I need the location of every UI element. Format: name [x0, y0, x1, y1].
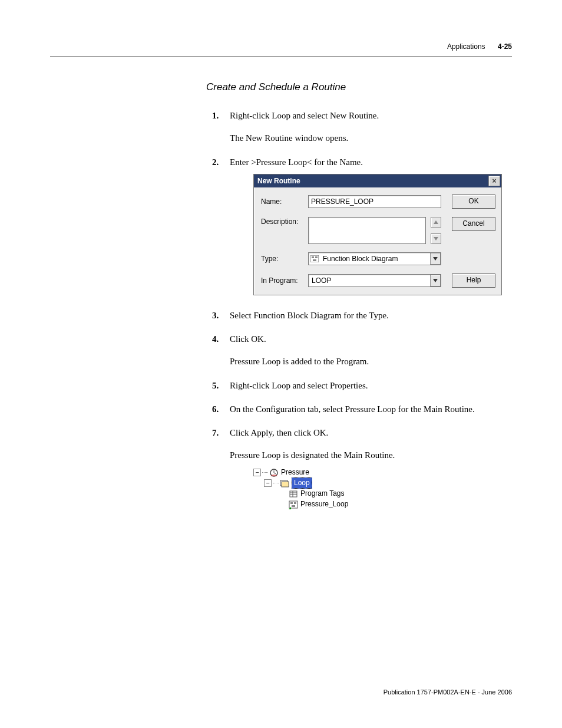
step-text: On the Configuration tab, select Pressur…	[230, 404, 475, 414]
svg-rect-4	[315, 256, 318, 258]
page-header: Applications 4-25	[447, 42, 512, 51]
svg-rect-15	[289, 501, 297, 508]
svg-rect-3	[312, 256, 314, 258]
tree-expander[interactable]: −	[264, 479, 272, 487]
header-rule	[50, 57, 512, 57]
chevron-down-icon	[433, 257, 438, 261]
in-program-label: In Program:	[261, 276, 303, 285]
program-tree: − Pressure − Loop	[253, 467, 513, 510]
step-number: 1.	[212, 110, 219, 121]
close-button[interactable]: ×	[488, 176, 500, 186]
svg-rect-16	[290, 502, 293, 504]
header-chapter: Applications	[447, 42, 485, 51]
svg-rect-2	[310, 255, 319, 262]
svg-rect-18	[292, 505, 295, 507]
svg-rect-10	[282, 482, 289, 487]
dialog-body: Name: PRESSURE_LOOP OK Description:	[254, 187, 501, 295]
tree-connector	[262, 472, 268, 473]
step-text: Right-click Loop and select Properties.	[230, 381, 368, 390]
step-number: 5.	[212, 380, 219, 391]
step-7: 7. Click Apply, then click OK. Pressure …	[206, 427, 513, 510]
svg-rect-17	[294, 502, 296, 504]
type-dropdown-button[interactable]	[430, 253, 441, 265]
step-text: Click Apply, then click OK.	[230, 428, 328, 437]
description-scroll-down[interactable]	[431, 233, 441, 244]
step-number: 6.	[212, 403, 219, 415]
program-icon	[280, 479, 289, 488]
step-subtext: The New Routine window opens.	[230, 132, 513, 144]
step-list: 1. Right-click Loop and select New Routi…	[206, 110, 513, 510]
step-number: 7.	[212, 427, 219, 439]
step-3: 3. Select Function Block Diagram for the…	[206, 309, 513, 321]
tree-connector	[280, 499, 286, 510]
ok-button[interactable]: OK	[452, 195, 495, 209]
page-footer: Publication 1757-PM002A-EN-E - June 2006	[384, 689, 512, 696]
close-icon: ×	[492, 177, 496, 185]
step-4: 4. Click OK. Pressure Loop is added to t…	[206, 333, 513, 368]
description-scroll-up[interactable]	[431, 217, 441, 228]
svg-rect-5	[313, 259, 316, 261]
new-routine-dialog: New Routine × Name: PRESSURE_LOOP OK	[253, 174, 513, 295]
description-field[interactable]	[308, 217, 426, 244]
step-number: 3.	[212, 309, 219, 321]
svg-marker-6	[433, 257, 438, 261]
step-number: 4.	[212, 333, 219, 345]
svg-marker-1	[434, 237, 438, 241]
tree-node-loop[interactable]: − Loop	[253, 478, 513, 489]
step-text: Click OK.	[230, 334, 266, 344]
svg-marker-0	[434, 220, 438, 224]
step-subtext: Pressure Loop is designated the Main Rou…	[230, 449, 513, 461]
step-text: Enter >Pressure Loop< for the Name.	[230, 157, 363, 167]
chevron-down-icon	[433, 279, 438, 282]
type-label: Type:	[261, 254, 303, 263]
type-select[interactable]: Function Block Diagram	[308, 252, 441, 265]
description-label: Description:	[261, 217, 303, 226]
in-program-select-value: LOOP	[310, 276, 331, 285]
header-page-number: 4-25	[498, 42, 512, 51]
name-field[interactable]: PRESSURE_LOOP	[308, 195, 441, 208]
tree-connector	[273, 483, 279, 483]
tree-node-program-tags[interactable]: Program Tags	[253, 489, 513, 499]
fbd-icon	[310, 255, 319, 263]
cancel-button[interactable]: Cancel	[452, 217, 495, 231]
tree-node-pressure-loop[interactable]: Pressure_Loop	[253, 499, 513, 510]
routine-main-icon	[289, 500, 298, 509]
step-subtext: Pressure Loop is added to the Program.	[230, 355, 513, 367]
in-program-select[interactable]: LOOP	[308, 274, 441, 287]
chevron-up-icon	[434, 220, 438, 224]
svg-marker-7	[433, 279, 438, 282]
name-field-value: PRESSURE_LOOP	[311, 197, 373, 206]
in-program-dropdown-button[interactable]	[430, 275, 441, 286]
section-heading: Create and Schedule a Routine	[206, 81, 513, 93]
step-5: 5. Right-click Loop and select Propertie…	[206, 380, 513, 391]
tree-connector	[280, 489, 286, 499]
tree-label: Pressure_Loop	[300, 499, 348, 509]
main-content: Create and Schedule a Routine 1. Right-c…	[206, 81, 513, 522]
step-text: Select Function Block Diagram for the Ty…	[230, 311, 389, 320]
step-2: 2. Enter >Pressure Loop< for the Name. N…	[206, 156, 513, 295]
chevron-down-icon	[434, 237, 438, 241]
step-6: 6. On the Configuration tab, select Pres…	[206, 403, 513, 415]
step-text: Right-click Loop and select New Routine.	[230, 111, 379, 120]
tags-icon	[289, 489, 298, 499]
tree-label: Program Tags	[300, 489, 344, 498]
dialog-window: New Routine × Name: PRESSURE_LOOP OK	[253, 174, 502, 295]
step-number: 2.	[212, 156, 219, 168]
help-button[interactable]: Help	[452, 274, 495, 288]
name-label: Name:	[261, 197, 303, 206]
tree-node-pressure[interactable]: − Pressure	[253, 467, 513, 478]
task-icon	[269, 468, 279, 477]
svg-rect-11	[290, 491, 297, 497]
tree-expander[interactable]: −	[253, 469, 261, 476]
dialog-titlebar: New Routine ×	[254, 174, 501, 187]
dialog-title: New Routine	[257, 176, 300, 186]
tree-label: Pressure	[281, 467, 309, 477]
step-1: 1. Right-click Loop and select New Routi…	[206, 110, 513, 144]
type-select-value: Function Block Diagram	[323, 254, 398, 263]
tree-label-selected: Loop	[292, 477, 312, 488]
